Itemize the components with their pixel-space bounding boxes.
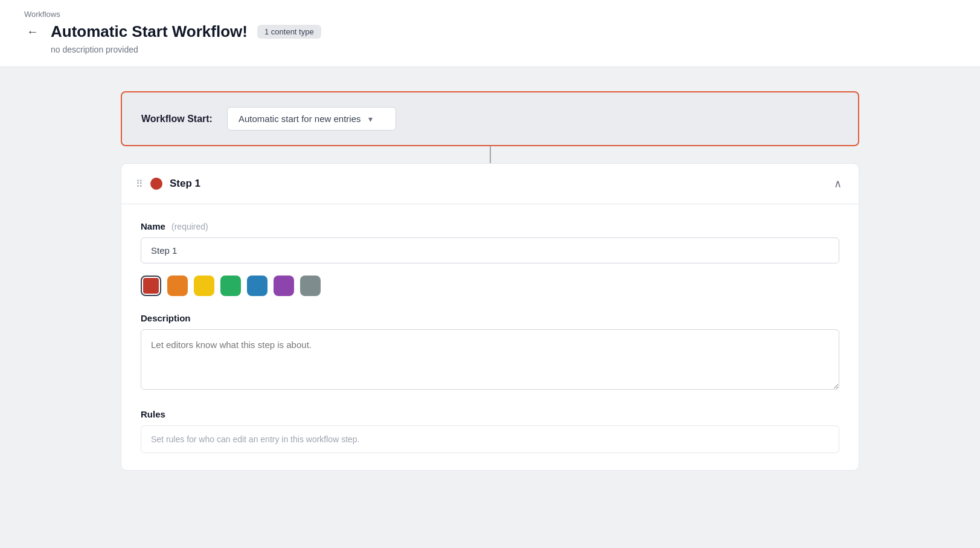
step-title: Step 1 xyxy=(170,178,200,190)
color-swatch-orange[interactable] xyxy=(167,276,188,296)
connector-line xyxy=(490,146,491,163)
rules-hint: Set rules for who can edit an entry in t… xyxy=(141,425,839,453)
workflow-start-box: Workflow Start: Automatic start for new … xyxy=(121,91,859,146)
step-name-input[interactable] xyxy=(141,237,839,263)
collapse-icon: ∧ xyxy=(834,178,842,190)
description-label: Description xyxy=(141,313,839,323)
color-swatch-green[interactable] xyxy=(220,276,241,296)
rules-label: Rules xyxy=(141,409,839,419)
step-card: ⠿ Step 1 ∧ Name (required) Description xyxy=(121,163,859,471)
color-swatch-purple[interactable] xyxy=(274,276,294,296)
drag-handle-icon[interactable]: ⠿ xyxy=(136,178,143,190)
back-arrow-icon: ← xyxy=(27,25,39,39)
back-button[interactable]: ← xyxy=(24,22,41,41)
page-title: Automatic Start Workflow! xyxy=(51,22,248,41)
color-swatch-blue[interactable] xyxy=(247,276,267,296)
step-header-left: ⠿ Step 1 xyxy=(136,178,200,190)
step-color-dot xyxy=(150,178,162,190)
header: Workflows ← Automatic Start Workflow! 1 … xyxy=(0,0,980,67)
color-swatch-yellow[interactable] xyxy=(194,276,214,296)
workflow-start-value: Automatic start for new entries xyxy=(239,114,361,124)
name-required-label: (required) xyxy=(171,222,208,231)
workflow-start-label: Workflow Start: xyxy=(141,114,213,124)
collapse-button[interactable]: ∧ xyxy=(831,175,844,193)
rules-section: Rules Set rules for who can edit an entr… xyxy=(141,409,839,453)
breadcrumb: Workflows xyxy=(24,10,956,19)
color-swatches xyxy=(141,276,839,296)
step-header: ⠿ Step 1 ∧ xyxy=(121,164,859,204)
header-row: ← Automatic Start Workflow! 1 content ty… xyxy=(24,22,956,41)
chevron-down-icon: ▾ xyxy=(368,114,373,124)
name-field-label: Name (required) xyxy=(141,221,839,231)
step-body: Name (required) Description Rules Set ru… xyxy=(121,204,859,470)
workflow-description: no description provided xyxy=(51,45,956,54)
main-content: Workflow Start: Automatic start for new … xyxy=(0,67,980,495)
color-swatch-gray[interactable] xyxy=(300,276,321,296)
description-textarea[interactable] xyxy=(141,329,839,390)
color-swatch-red[interactable] xyxy=(141,276,161,296)
content-type-badge: 1 content type xyxy=(257,25,321,39)
workflow-start-dropdown[interactable]: Automatic start for new entries ▾ xyxy=(227,107,396,131)
